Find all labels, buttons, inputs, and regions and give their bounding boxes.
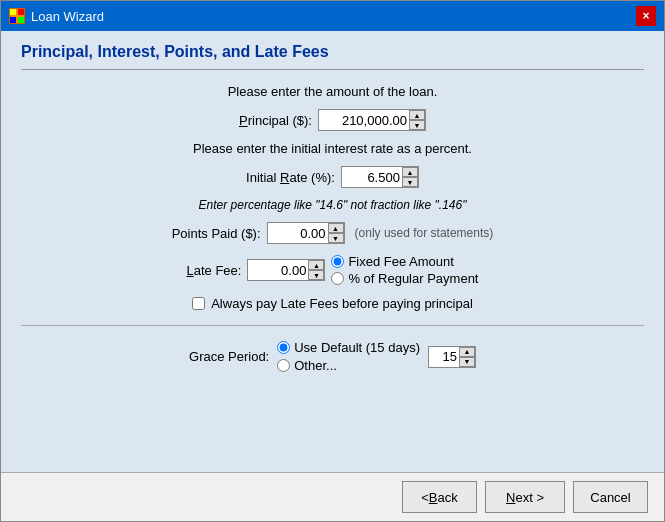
rate-label: Initial Rate (%): bbox=[246, 170, 335, 185]
footer: < Back Next > Cancel bbox=[1, 472, 664, 521]
grace-other-row: Other... bbox=[277, 358, 420, 373]
grace-spin-down[interactable]: ▼ bbox=[459, 357, 475, 367]
svg-rect-2 bbox=[10, 17, 16, 23]
always-pay-label[interactable]: Always pay Late Fees before paying princ… bbox=[211, 296, 473, 311]
principal-spinner[interactable]: ▲ ▼ bbox=[318, 109, 426, 131]
points-note: (only used for statements) bbox=[355, 226, 494, 240]
always-pay-row: Always pay Late Fees before paying princ… bbox=[21, 296, 644, 311]
radio-fixed-row: Fixed Fee Amount bbox=[331, 254, 478, 269]
grace-radios: Use Default (15 days) Other... bbox=[277, 340, 420, 373]
points-field-row: Points Paid ($): ▲ ▼ (only used for stat… bbox=[21, 222, 644, 244]
points-spin-up[interactable]: ▲ bbox=[328, 223, 344, 233]
latefee-spinner[interactable]: ▲ ▼ bbox=[247, 259, 325, 281]
radio-grace-other[interactable] bbox=[277, 359, 290, 372]
loan-wizard-window: Loan Wizard × Principal, Interest, Point… bbox=[0, 0, 665, 522]
points-spinner[interactable]: ▲ ▼ bbox=[267, 222, 345, 244]
cancel-button[interactable]: Cancel bbox=[573, 481, 648, 513]
form-area: Please enter the amount of the loan. Pri… bbox=[21, 76, 644, 460]
latefee-label: Late Fee: bbox=[186, 263, 241, 278]
title-bar: Loan Wizard × bbox=[1, 1, 664, 31]
always-pay-checkbox[interactable] bbox=[192, 297, 205, 310]
principal-label: Principal ($): bbox=[239, 113, 312, 128]
principal-field-row: Principal ($): ▲ ▼ bbox=[21, 109, 644, 131]
grace-spinner[interactable]: ▲ ▼ bbox=[428, 346, 476, 368]
rate-spinner[interactable]: ▲ ▼ bbox=[341, 166, 419, 188]
latefee-input[interactable] bbox=[248, 260, 308, 280]
latefee-spin-down[interactable]: ▼ bbox=[308, 270, 324, 280]
principal-spin-down[interactable]: ▼ bbox=[409, 120, 425, 130]
page-title: Principal, Interest, Points, and Late Fe… bbox=[21, 43, 644, 70]
rate-field-row: Initial Rate (%): ▲ ▼ bbox=[21, 166, 644, 188]
grace-section: Grace Period: Use Default (15 days) Othe… bbox=[21, 340, 644, 373]
app-icon bbox=[9, 8, 25, 24]
grace-default-row: Use Default (15 days) bbox=[277, 340, 420, 355]
radio-grace-default[interactable] bbox=[277, 341, 290, 354]
svg-rect-1 bbox=[18, 9, 24, 15]
radio-percent-label[interactable]: % of Regular Payment bbox=[348, 271, 478, 286]
rate-instruction: Please enter the initial interest rate a… bbox=[21, 141, 644, 156]
points-label: Points Paid ($): bbox=[172, 226, 261, 241]
radio-percent-row: % of Regular Payment bbox=[331, 271, 478, 286]
latefee-field-row: Late Fee: ▲ ▼ Fixed Fee Amount bbox=[21, 254, 644, 286]
rate-hint: Enter percentage like "14.6" not fractio… bbox=[21, 198, 644, 212]
grace-default-label[interactable]: Use Default (15 days) bbox=[294, 340, 420, 355]
grace-label: Grace Period: bbox=[189, 349, 269, 364]
rate-input[interactable] bbox=[342, 167, 402, 187]
points-input[interactable] bbox=[268, 223, 328, 243]
principal-instruction: Please enter the amount of the loan. bbox=[21, 84, 644, 99]
window-title: Loan Wizard bbox=[31, 9, 104, 24]
principal-spin-up[interactable]: ▲ bbox=[409, 110, 425, 120]
main-content: Principal, Interest, Points, and Late Fe… bbox=[1, 31, 664, 472]
latefee-type-group: Fixed Fee Amount % of Regular Payment bbox=[331, 254, 478, 286]
close-button[interactable]: × bbox=[636, 6, 656, 26]
radio-percent-fee[interactable] bbox=[331, 272, 344, 285]
grace-input[interactable] bbox=[429, 347, 459, 367]
latefee-spin-up[interactable]: ▲ bbox=[308, 260, 324, 270]
rate-spin-up[interactable]: ▲ bbox=[402, 167, 418, 177]
back-button[interactable]: < Back bbox=[402, 481, 477, 513]
grace-spin-up[interactable]: ▲ bbox=[459, 347, 475, 357]
principal-input[interactable] bbox=[319, 110, 409, 130]
radio-fixed-label[interactable]: Fixed Fee Amount bbox=[348, 254, 454, 269]
grace-other-label[interactable]: Other... bbox=[294, 358, 337, 373]
rate-spin-down[interactable]: ▼ bbox=[402, 177, 418, 187]
svg-rect-0 bbox=[10, 9, 16, 15]
section-divider bbox=[21, 325, 644, 326]
next-button[interactable]: Next > bbox=[485, 481, 565, 513]
points-spin-down[interactable]: ▼ bbox=[328, 233, 344, 243]
svg-rect-3 bbox=[18, 17, 24, 23]
radio-fixed-fee[interactable] bbox=[331, 255, 344, 268]
